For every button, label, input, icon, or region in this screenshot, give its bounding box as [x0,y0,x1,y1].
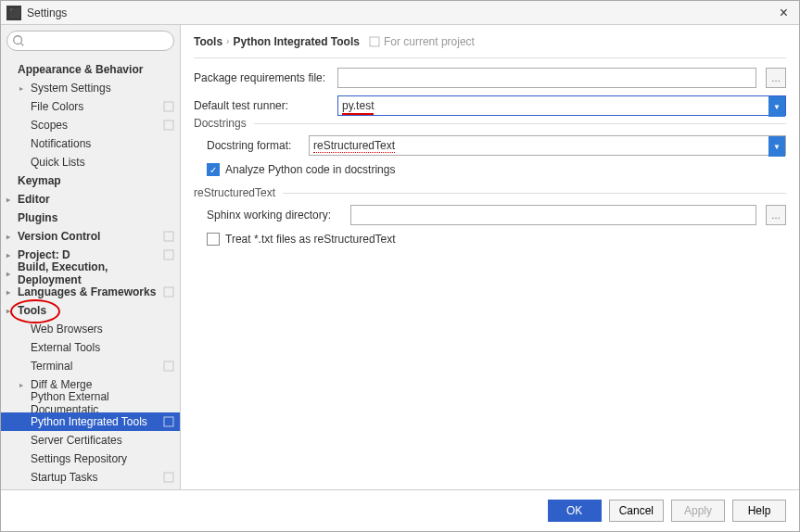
package-req-label: Package requirements file: [194,71,328,84]
expand-arrow-icon: ▸ [6,288,10,297]
rst-legend: reStructuredText [194,186,283,199]
tree-item-label: Appearance & Behavior [18,63,143,76]
tree-item-python-integrated-tools[interactable]: Python Integrated Tools [1,412,180,431]
tree-item-label: Server Certificates [31,434,122,447]
project-scope-icon [163,361,174,372]
docstring-format-label: Docstring format: [207,139,299,152]
tree-item-label: Quick Lists [31,156,85,169]
tree-item-startup-tasks[interactable]: Startup Tasks [1,468,180,487]
apply-button[interactable]: Apply [671,500,725,522]
tree-item-appearance-behavior[interactable]: Appearance & Behavior [1,60,180,79]
expand-arrow-icon: ▸ [6,233,10,241]
expand-arrow-icon: ▸ [19,381,23,389]
tree-item-server-certificates[interactable]: Server Certificates [1,431,180,450]
sphinx-label: Sphinx working directory: [207,209,341,222]
chevron-down-icon: ▼ [768,136,785,157]
project-scope-icon [163,472,174,483]
breadcrumb: Tools › Python Integrated Tools For curr… [194,25,786,58]
sidebar: Appearance & Behavior▸System SettingsFil… [1,25,181,489]
tree-item-label: File Colors [31,100,83,113]
tree-item-label: Startup Tasks [31,471,97,484]
tree-item-label: Tools [18,304,46,317]
chevron-down-icon: ▼ [768,96,785,117]
tree-item-label: Terminal [31,360,72,373]
titlebar: ⬛ Settings × [1,1,799,25]
svg-rect-3 [164,120,173,130]
test-runner-label: Default test runner: [194,99,328,112]
rst-section: reStructuredText Sphinx working director… [194,193,786,246]
settings-tree: Appearance & Behavior▸System SettingsFil… [1,57,180,489]
tree-item-python-external-documentatic[interactable]: Python External Documentatic [1,394,180,412]
tree-item-terminal[interactable]: Terminal [1,357,180,375]
breadcrumb-hint: For current project [369,35,475,48]
tree-item-settings-repository[interactable]: Settings Repository [1,450,180,468]
project-scope-icon [369,36,380,47]
project-scope-icon [163,231,174,242]
tree-item-external-tools[interactable]: External Tools [1,338,180,357]
docstring-format-value: reStructuredText [313,139,395,153]
chevron-right-icon: › [226,36,229,46]
test-runner-select[interactable]: py.test ▼ [337,95,786,116]
app-icon: ⬛ [6,6,21,20]
svg-rect-8 [164,417,173,426]
tree-item-label: Plugins [18,211,57,224]
tree-item-file-colors[interactable]: File Colors [1,97,180,116]
tree-item-label: Project: D [18,248,70,261]
svg-point-0 [14,36,22,44]
expand-arrow-icon: ▸ [6,270,10,278]
docstrings-section: Docstrings Docstring format: reStructure… [194,123,786,176]
analyze-checkbox[interactable]: ✓ [207,163,220,176]
breadcrumb-item[interactable]: Tools [194,35,222,48]
content-panel: Tools › Python Integrated Tools For curr… [181,25,799,489]
search-input[interactable] [6,31,174,51]
tree-item-label: External Tools [31,341,100,354]
ok-button[interactable]: OK [548,500,602,522]
tree-item-plugins[interactable]: Plugins [1,209,180,227]
tree-item-build-execution-deployment[interactable]: ▸Build, Execution, Deployment [1,264,180,283]
treat-txt-label: Treat *.txt files as reStructuredText [225,233,396,246]
help-button[interactable]: Help [732,500,786,522]
tree-item-label: Web Browsers [31,323,103,336]
tree-item-version-control[interactable]: ▸Version Control [1,227,180,246]
docstring-format-select[interactable]: reStructuredText ▼ [309,135,786,156]
tree-item-label: Keymap [18,174,61,187]
tree-item-quick-lists[interactable]: Quick Lists [1,153,180,171]
tree-item-label: Notifications [31,137,91,150]
treat-txt-checkbox-row[interactable]: Treat *.txt files as reStructuredText [207,233,786,246]
project-scope-icon [163,101,174,112]
tree-item-notifications[interactable]: Notifications [1,134,180,153]
tree-item-editor[interactable]: ▸Editor [1,190,180,209]
treat-txt-checkbox[interactable] [207,233,220,246]
svg-rect-6 [164,287,173,297]
tree-item-label: Languages & Frameworks [18,285,156,298]
cancel-button[interactable]: Cancel [609,500,664,522]
tree-item-label: System Settings [31,82,111,95]
tree-item-languages-frameworks[interactable]: ▸Languages & Frameworks [1,283,180,301]
tree-item-keymap[interactable]: Keymap [1,171,180,190]
tree-item-web-browsers[interactable]: Web Browsers [1,320,180,338]
breadcrumb-item: Python Integrated Tools [233,35,359,48]
svg-rect-7 [164,361,173,371]
expand-arrow-icon: ▸ [6,251,10,260]
svg-rect-9 [164,473,173,482]
package-req-input[interactable] [337,68,756,88]
svg-rect-4 [164,232,173,241]
sphinx-input[interactable] [350,205,756,225]
svg-line-1 [21,44,24,46]
tree-item-label: Editor [18,193,50,206]
project-scope-icon [163,286,174,298]
browse-button[interactable]: … [766,68,786,88]
browse-button[interactable]: … [766,205,786,225]
analyze-checkbox-row[interactable]: ✓ Analyze Python code in docstrings [207,163,786,176]
expand-arrow-icon: ▸ [19,84,23,93]
close-icon[interactable]: × [774,5,794,21]
window-title: Settings [27,6,774,19]
search-icon [12,34,25,47]
tree-item-label: Diff & Merge [31,378,92,391]
expand-arrow-icon: ▸ [6,196,10,204]
project-scope-icon [163,416,174,427]
tree-item-scopes[interactable]: Scopes [1,116,180,134]
tree-item-system-settings[interactable]: ▸System Settings [1,79,180,97]
tree-item-tools[interactable]: ▸Tools [1,301,180,320]
analyze-label: Analyze Python code in docstrings [225,163,395,176]
